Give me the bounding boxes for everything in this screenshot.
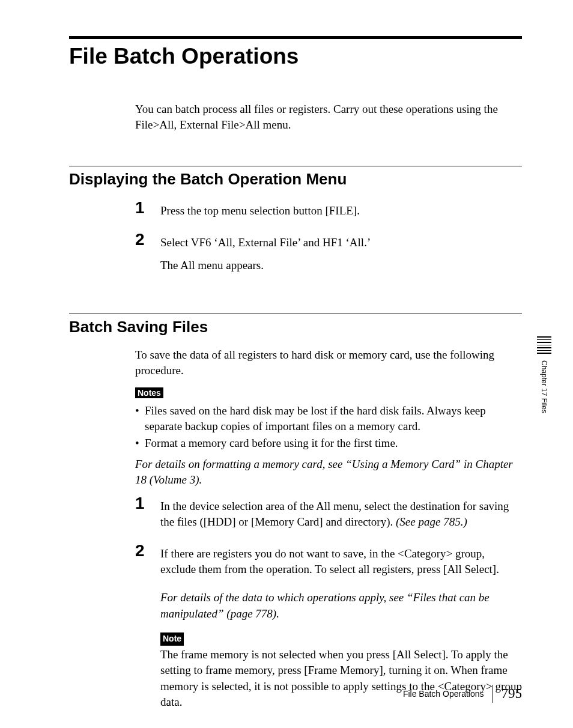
step-follow-text: The All menu appears.: [160, 258, 522, 274]
step-text: If there are registers you do not want t…: [160, 546, 522, 578]
step-2: 2 Select VF6 ‘All, External File’ and HF…: [135, 231, 522, 281]
step-text: Select VF6 ‘All, External File’ and HF1 …: [160, 235, 522, 251]
section-rule-1: [69, 166, 522, 166]
step-number: 1: [135, 495, 150, 538]
step-number: 2: [135, 231, 150, 281]
step-cross-ref: For details of the data to which operati…: [160, 590, 522, 622]
notes-label: Notes: [135, 387, 163, 398]
footer-divider: [493, 685, 493, 703]
section-title-2: Batch Saving Files: [69, 318, 522, 336]
see-page-ref: (See page 785.): [396, 515, 467, 528]
side-tab-text: Chapter 17 Files: [540, 360, 548, 413]
notes-bullets: Files saved on the hard disk may be lost…: [135, 403, 522, 450]
step-body: In the device selection area of the All …: [160, 495, 522, 538]
intro-paragraph: You can batch process all files or regis…: [135, 102, 522, 132]
section-rule-2: [69, 314, 522, 314]
bullet-item: Files saved on the hard disk may be lost…: [135, 403, 522, 434]
page-title: File Batch Operations: [69, 44, 522, 69]
bullet-item: Format a memory card before using it for…: [135, 435, 522, 451]
tab-bars-icon: [537, 336, 551, 356]
section-title-1: Displaying the Batch Operation Menu: [69, 170, 522, 189]
step-text: In the device selection area of the All …: [160, 499, 522, 530]
cross-ref: For details on formatting a memory card,…: [135, 457, 522, 487]
footer: File Batch Operations 795: [403, 685, 522, 703]
note-label: Note: [160, 632, 184, 646]
step-body: Select VF6 ‘All, External File’ and HF1 …: [160, 231, 522, 281]
section1-steps: 1 Press the top menu selection button [F…: [135, 199, 522, 281]
step-text: Press the top menu selection button [FIL…: [160, 203, 522, 219]
title-rule: [69, 36, 522, 39]
step-1: 1 Press the top menu selection button [F…: [135, 199, 522, 226]
footer-title: File Batch Operations: [403, 689, 493, 699]
step-number: 2: [135, 542, 150, 718]
note-block: Note: [160, 630, 522, 647]
section2-intro: To save the data of all registers to har…: [135, 347, 522, 378]
step-body: Press the top menu selection button [FIL…: [160, 199, 522, 226]
side-tab: Chapter 17 Files: [537, 336, 551, 413]
step-1: 1 In the device selection area of the Al…: [135, 495, 522, 538]
notes-block: Notes: [135, 387, 522, 399]
step-number: 1: [135, 199, 150, 226]
footer-page-number: 795: [502, 686, 523, 702]
